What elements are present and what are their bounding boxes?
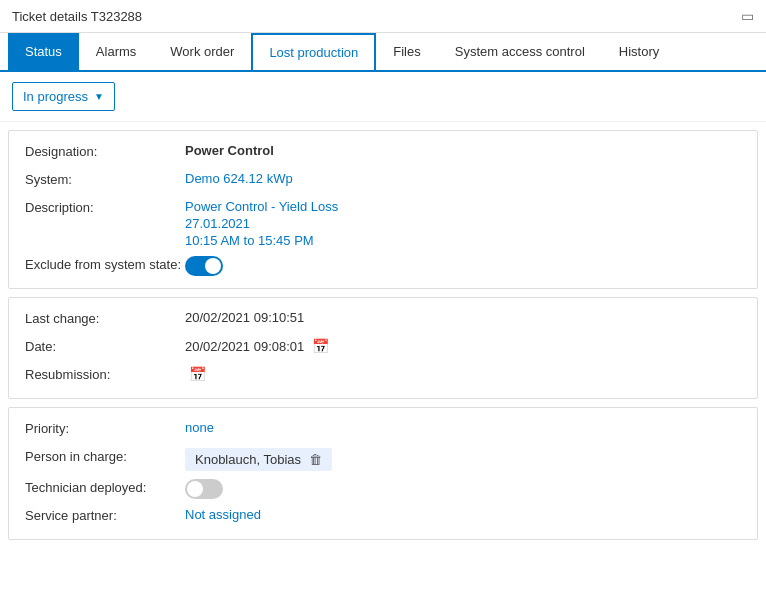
- description-line1[interactable]: Power Control - Yield Loss: [185, 199, 338, 214]
- tab-alarms[interactable]: Alarms: [79, 33, 153, 72]
- field-description: Description: Power Control - Yield Loss …: [25, 199, 741, 248]
- chevron-down-icon: ▼: [94, 91, 104, 102]
- exclude-system-state-label: Exclude from system state:: [25, 256, 185, 272]
- assign-section: Priority: none Person in charge: Knoblau…: [8, 407, 758, 540]
- meta-section: Last change: 20/02/2021 09:10:51 Date: 2…: [8, 297, 758, 399]
- assign-section-inner: Priority: none Person in charge: Knoblau…: [9, 408, 757, 539]
- description-label: Description:: [25, 199, 185, 215]
- priority-value[interactable]: none: [185, 420, 214, 435]
- status-dropdown[interactable]: In progress ▼: [12, 82, 115, 111]
- toggle-slider: [185, 256, 223, 276]
- resubmission-value: 📅: [185, 366, 206, 382]
- meta-section-inner: Last change: 20/02/2021 09:10:51 Date: 2…: [9, 298, 757, 398]
- tab-workorder[interactable]: Work order: [153, 33, 251, 72]
- details-section: Designation: Power Control System: Demo …: [8, 130, 758, 289]
- tab-lostproduction[interactable]: Lost production: [251, 33, 376, 72]
- status-label: In progress: [23, 89, 88, 104]
- description-value: Power Control - Yield Loss 27.01.2021 10…: [185, 199, 338, 248]
- technician-deployed-label: Technician deployed:: [25, 479, 185, 495]
- priority-label: Priority:: [25, 420, 185, 436]
- description-line3: 10:15 AM to 15:45 PM: [185, 233, 338, 248]
- tab-status[interactable]: Status: [8, 33, 79, 72]
- last-change-value: 20/02/2021 09:10:51: [185, 310, 304, 325]
- details-section-inner: Designation: Power Control System: Demo …: [9, 131, 757, 288]
- person-chip: Knoblauch, Tobias 🗑: [185, 448, 332, 471]
- technician-deployed-toggle[interactable]: [185, 479, 223, 499]
- tab-systemaccesscontrol[interactable]: System access control: [438, 33, 602, 72]
- exclude-system-state-toggle[interactable]: [185, 256, 223, 276]
- field-priority: Priority: none: [25, 420, 741, 440]
- service-partner-label: Service partner:: [25, 507, 185, 523]
- tab-history[interactable]: History: [602, 33, 676, 72]
- field-date: Date: 20/02/2021 09:08:01 📅: [25, 338, 741, 358]
- field-resubmission: Resubmission: 📅: [25, 366, 741, 386]
- designation-value: Power Control: [185, 143, 274, 158]
- tab-files[interactable]: Files: [376, 33, 437, 72]
- field-designation: Designation: Power Control: [25, 143, 741, 163]
- delete-person-icon[interactable]: 🗑: [309, 452, 322, 467]
- field-last-change: Last change: 20/02/2021 09:10:51: [25, 310, 741, 330]
- designation-label: Designation:: [25, 143, 185, 159]
- description-line2: 27.01.2021: [185, 216, 338, 231]
- tab-bar: StatusAlarmsWork orderLost productionFil…: [0, 33, 766, 72]
- last-change-label: Last change:: [25, 310, 185, 326]
- field-service-partner: Service partner: Not assigned: [25, 507, 741, 527]
- date-value: 20/02/2021 09:08:01 📅: [185, 338, 329, 354]
- date-calendar-icon[interactable]: 📅: [312, 338, 329, 354]
- field-technician-deployed: Technician deployed:: [25, 479, 741, 499]
- field-system: System: Demo 624.12 kWp: [25, 171, 741, 191]
- service-partner-value[interactable]: Not assigned: [185, 507, 261, 522]
- person-in-charge-label: Person in charge:: [25, 448, 185, 464]
- field-exclude-system-state: Exclude from system state:: [25, 256, 741, 276]
- page-title: Ticket details T323288: [12, 9, 142, 24]
- restore-icon[interactable]: ▭: [741, 8, 754, 24]
- title-bar: Ticket details T323288 ▭: [0, 0, 766, 33]
- system-label: System:: [25, 171, 185, 187]
- person-name: Knoblauch, Tobias: [195, 452, 301, 467]
- date-label: Date:: [25, 338, 185, 354]
- system-value[interactable]: Demo 624.12 kWp: [185, 171, 293, 186]
- resubmission-calendar-icon[interactable]: 📅: [189, 366, 206, 382]
- technician-toggle-slider: [185, 479, 223, 499]
- resubmission-label: Resubmission:: [25, 366, 185, 382]
- field-person-in-charge: Person in charge: Knoblauch, Tobias 🗑: [25, 448, 741, 471]
- status-bar: In progress ▼: [0, 72, 766, 122]
